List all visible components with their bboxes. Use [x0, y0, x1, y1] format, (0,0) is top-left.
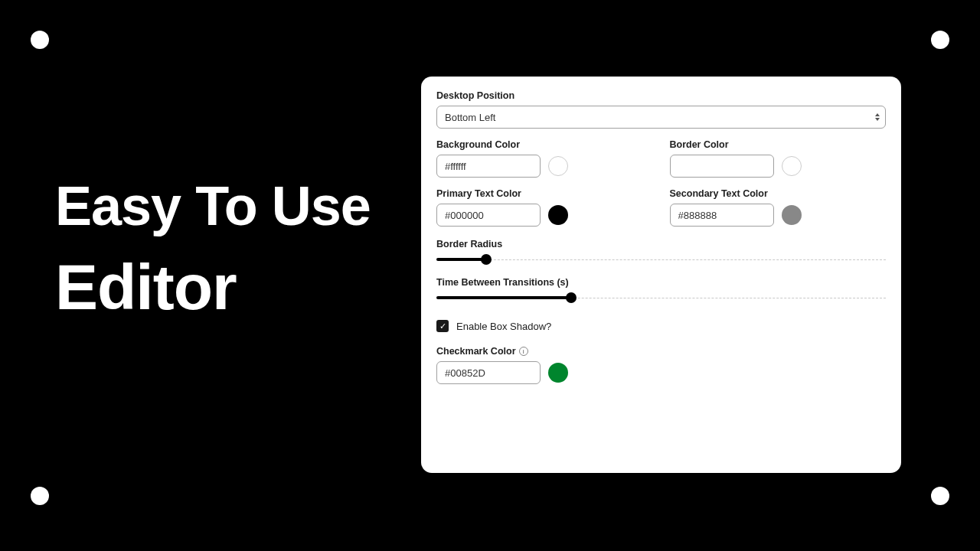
- border-color-input[interactable]: [670, 155, 774, 178]
- secondary-text-color-input[interactable]: [670, 204, 774, 227]
- checkmark-color-label: Checkmark Color: [436, 346, 516, 357]
- info-icon[interactable]: i: [519, 347, 528, 356]
- background-color-field: Background Color: [436, 139, 653, 178]
- headline-line-2: Editor: [55, 252, 371, 322]
- primary-text-color-input[interactable]: [436, 204, 541, 227]
- time-between-label: Time Between Transitions (s): [436, 277, 886, 288]
- time-between-slider[interactable]: [436, 292, 886, 303]
- primary-text-color-field: Primary Text Color: [436, 188, 653, 227]
- headline: Easy To Use Editor: [55, 176, 371, 323]
- checkmark-color-input[interactable]: [436, 361, 541, 384]
- check-icon: ✓: [439, 322, 446, 331]
- secondary-text-color-swatch[interactable]: [782, 205, 802, 225]
- desktop-position-label: Desktop Position: [436, 90, 886, 101]
- primary-text-color-label: Primary Text Color: [436, 188, 653, 199]
- secondary-text-color-field: Secondary Text Color: [670, 188, 887, 227]
- headline-line-1: Easy To Use: [55, 176, 371, 236]
- enable-box-shadow-label: Enable Box Shadow?: [456, 321, 551, 332]
- decorative-dot: [931, 31, 949, 49]
- border-radius-field: Border Radius: [436, 239, 886, 265]
- checkmark-color-field: Checkmark Color i: [436, 346, 886, 384]
- checkmark-color-swatch[interactable]: [548, 363, 568, 383]
- slider-thumb[interactable]: [566, 292, 577, 303]
- border-color-label: Border Color: [670, 139, 887, 150]
- secondary-text-color-label: Secondary Text Color: [670, 188, 887, 199]
- border-color-field: Border Color: [670, 139, 887, 178]
- desktop-position-field: Desktop Position: [436, 90, 886, 129]
- editor-panel: Desktop Position Background Color Border…: [421, 77, 901, 473]
- desktop-position-select[interactable]: [436, 106, 886, 129]
- background-color-input[interactable]: [436, 155, 541, 178]
- slider-fill: [436, 258, 486, 261]
- slider-thumb[interactable]: [481, 254, 492, 265]
- decorative-dot: [31, 31, 49, 49]
- border-radius-label: Border Radius: [436, 239, 886, 249]
- border-color-swatch[interactable]: [782, 156, 802, 176]
- enable-box-shadow-checkbox[interactable]: ✓: [436, 320, 449, 332]
- background-color-label: Background Color: [436, 139, 653, 150]
- decorative-dot: [931, 487, 949, 505]
- slider-rail: [436, 259, 886, 260]
- background-color-swatch[interactable]: [548, 156, 568, 176]
- decorative-dot: [31, 487, 49, 505]
- time-between-field: Time Between Transitions (s): [436, 277, 886, 303]
- primary-text-color-swatch[interactable]: [548, 205, 568, 225]
- border-radius-slider[interactable]: [436, 254, 886, 265]
- slider-fill: [436, 296, 571, 299]
- enable-box-shadow-field: ✓ Enable Box Shadow?: [436, 320, 886, 332]
